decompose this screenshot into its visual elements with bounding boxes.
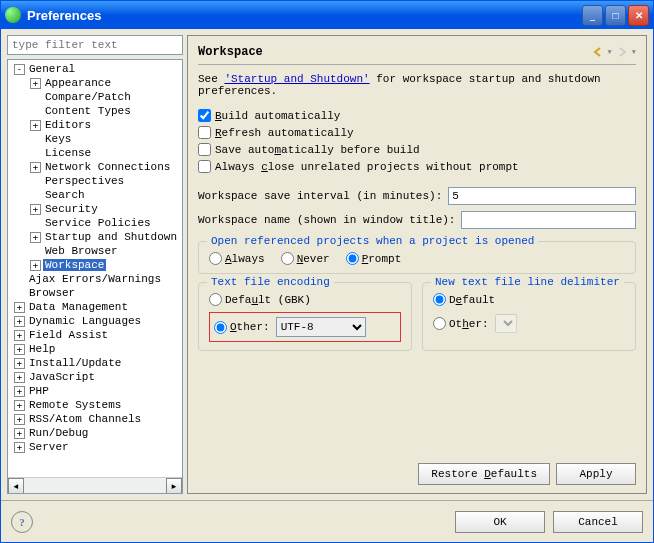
tree-item-php[interactable]: +PHP (10, 384, 180, 398)
tree-item-browser[interactable]: Browser (10, 286, 180, 300)
preferences-window: Preferences _ □ ✕ -General+AppearanceCom… (0, 0, 654, 543)
tree-item-help[interactable]: +Help (10, 342, 180, 356)
encoding-select[interactable]: UTF-8 (276, 317, 366, 337)
tree-item-label: Compare/Patch (43, 91, 133, 103)
delimiter-default-radio[interactable]: Default (433, 293, 625, 306)
expand-icon[interactable]: + (30, 78, 41, 89)
encoding-other-radio[interactable]: Other: (214, 321, 270, 334)
tree-item-label: Search (43, 189, 87, 201)
expand-icon[interactable]: + (14, 400, 25, 411)
tree-item-label: Install/Update (27, 357, 123, 369)
tree-item-network-connections[interactable]: +Network Connections (10, 160, 180, 174)
tree-view: -General+AppearanceCompare/PatchContent … (7, 59, 183, 494)
expand-icon[interactable]: + (30, 204, 41, 215)
build-auto-checkbox[interactable] (198, 109, 211, 122)
expand-icon[interactable]: + (30, 120, 41, 131)
tree-item-remote-systems[interactable]: +Remote Systems (10, 398, 180, 412)
tree-item-general[interactable]: -General (10, 62, 180, 76)
expand-icon[interactable]: + (14, 414, 25, 425)
tree-item-label: Server (27, 441, 71, 453)
tree-item-label: Startup and Shutdown (43, 231, 179, 243)
cancel-button[interactable]: Cancel (553, 511, 643, 533)
tree-item-service-policies[interactable]: Service Policies (10, 216, 180, 230)
tree-item-label: JavaScript (27, 371, 97, 383)
close-button[interactable]: ✕ (628, 5, 649, 26)
expand-icon[interactable]: + (14, 358, 25, 369)
expand-icon[interactable]: + (14, 442, 25, 453)
save-interval-input[interactable] (448, 187, 636, 205)
help-icon[interactable]: ? (11, 511, 33, 533)
tree-item-server[interactable]: +Server (10, 440, 180, 454)
startup-shutdown-link[interactable]: 'Startup and Shutdown' (224, 73, 369, 85)
tree-item-security[interactable]: +Security (10, 202, 180, 216)
encoding-default-radio[interactable]: Default (GBK) (209, 293, 401, 306)
nav-dropdown-1[interactable]: ▼ (608, 48, 612, 56)
ok-button[interactable]: OK (455, 511, 545, 533)
tree-item-dynamic-languages[interactable]: +Dynamic Languages (10, 314, 180, 328)
expand-icon[interactable]: + (14, 316, 25, 327)
always-radio[interactable]: Always (209, 252, 265, 265)
description: See 'Startup and Shutdown' for workspace… (198, 73, 636, 97)
window-title: Preferences (27, 8, 582, 23)
delimiter-select[interactable] (495, 314, 517, 333)
restore-defaults-button[interactable]: Restore Defaults (418, 463, 550, 485)
tree-item-search[interactable]: Search (10, 188, 180, 202)
forward-button[interactable] (613, 44, 631, 60)
expand-icon[interactable]: - (14, 64, 25, 75)
filter-input[interactable] (7, 35, 183, 55)
tree-item-content-types[interactable]: Content Types (10, 104, 180, 118)
tree-item-rss-atom-channels[interactable]: +RSS/Atom Channels (10, 412, 180, 426)
tree-item-label: Web Browser (43, 245, 120, 257)
encoding-title: Text file encoding (207, 276, 334, 288)
expand-icon[interactable]: + (14, 330, 25, 341)
refresh-auto-checkbox[interactable] (198, 126, 211, 139)
close-unrelated-checkbox[interactable] (198, 160, 211, 173)
encoding-other-highlight: Other: UTF-8 (209, 312, 401, 342)
encoding-group: Text file encoding Default (GBK) Other: … (198, 282, 412, 351)
scroll-right-button[interactable]: ► (166, 478, 182, 494)
tree-item-label: Data Management (27, 301, 130, 313)
expand-icon[interactable]: + (30, 232, 41, 243)
minimize-button[interactable]: _ (582, 5, 603, 26)
tree-item-label: Perspectives (43, 175, 126, 187)
tree-item-label: Service Policies (43, 217, 153, 229)
expand-icon[interactable]: + (14, 372, 25, 383)
tree-item-label: Network Connections (43, 161, 172, 173)
expand-icon[interactable]: + (14, 344, 25, 355)
back-button[interactable] (589, 44, 607, 60)
save-auto-checkbox[interactable] (198, 143, 211, 156)
tree-item-compare-patch[interactable]: Compare/Patch (10, 90, 180, 104)
tree-item-run-debug[interactable]: +Run/Debug (10, 426, 180, 440)
delimiter-other-radio[interactable]: Other: (433, 317, 489, 330)
expand-icon[interactable]: + (30, 162, 41, 173)
maximize-button[interactable]: □ (605, 5, 626, 26)
tree-item-license[interactable]: License (10, 146, 180, 160)
tree-item-editors[interactable]: +Editors (10, 118, 180, 132)
expand-icon[interactable]: + (30, 260, 41, 271)
tree-item-workspace[interactable]: +Workspace (10, 258, 180, 272)
tree-item-perspectives[interactable]: Perspectives (10, 174, 180, 188)
expand-icon[interactable]: + (14, 302, 25, 313)
tree-item-ajax-errors-warnings[interactable]: Ajax Errors/Warnings (10, 272, 180, 286)
tree-item-appearance[interactable]: +Appearance (10, 76, 180, 90)
workspace-name-input[interactable] (461, 211, 636, 229)
tree-item-startup-and-shutdown[interactable]: +Startup and Shutdown (10, 230, 180, 244)
never-radio[interactable]: Never (281, 252, 330, 265)
horizontal-scrollbar[interactable]: ◄ ► (8, 477, 182, 493)
tree-item-javascript[interactable]: +JavaScript (10, 370, 180, 384)
tree-item-label: PHP (27, 385, 51, 397)
expand-icon[interactable]: + (14, 386, 25, 397)
tree-item-web-browser[interactable]: Web Browser (10, 244, 180, 258)
save-auto-label: Save automatically before build (215, 144, 420, 156)
tree-item-keys[interactable]: Keys (10, 132, 180, 146)
tree-item-data-management[interactable]: +Data Management (10, 300, 180, 314)
tree-item-label: Remote Systems (27, 399, 123, 411)
nav-dropdown-2[interactable]: ▼ (632, 48, 636, 56)
tree-item-install-update[interactable]: +Install/Update (10, 356, 180, 370)
scroll-left-button[interactable]: ◄ (8, 478, 24, 494)
expand-icon[interactable]: + (14, 428, 25, 439)
prompt-radio[interactable]: Prompt (346, 252, 402, 265)
apply-button[interactable]: Apply (556, 463, 636, 485)
tree-item-field-assist[interactable]: +Field Assist (10, 328, 180, 342)
refresh-auto-label: Refresh automatically (215, 127, 354, 139)
